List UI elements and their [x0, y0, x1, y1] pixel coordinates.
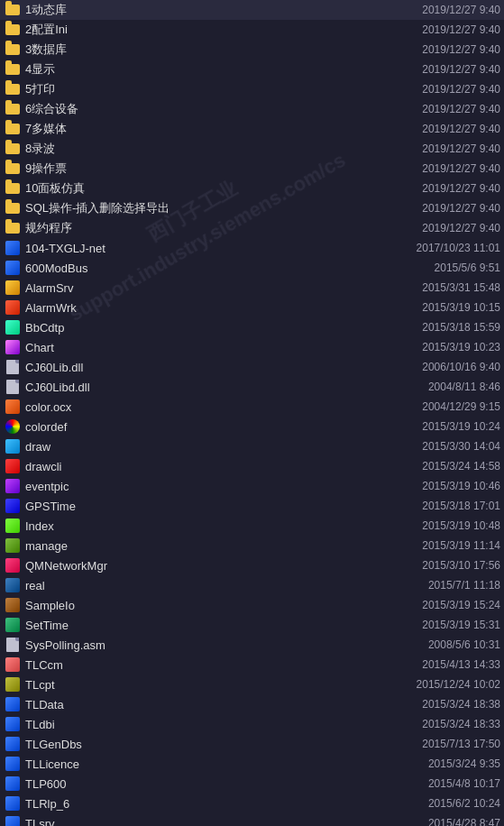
list-item[interactable]: TLRlp_6 2015/6/2 10:24	[0, 794, 504, 813]
file-name: 1动态库	[25, 2, 376, 18]
list-item[interactable]: Chart 2015/3/19 10:23	[0, 337, 504, 357]
file-icon	[4, 161, 22, 177]
file-name: manage	[25, 539, 376, 553]
file-name: 10面板仿真	[25, 180, 376, 197]
list-item[interactable]: 2配置Ini 2019/12/27 9:40	[0, 20, 504, 40]
list-item[interactable]: GPSTime 2015/3/18 17:01	[0, 496, 504, 516]
file-icon	[4, 557, 22, 574]
list-item[interactable]: BbCdtp 2015/3/18 15:59	[0, 317, 504, 337]
list-item[interactable]: TLdbi 2015/3/24 18:33	[0, 714, 504, 734]
file-icon	[4, 795, 22, 812]
file-date: 2015/3/19 10:48	[383, 519, 500, 532]
file-icon	[4, 418, 22, 435]
file-name: Index	[25, 519, 376, 533]
list-item[interactable]: draw 2015/3/30 14:04	[0, 436, 504, 456]
file-icon	[4, 260, 22, 276]
list-item[interactable]: 9操作票 2019/12/27 9:40	[0, 159, 504, 179]
list-item[interactable]: 4显示 2019/12/27 9:40	[0, 60, 504, 79]
file-icon	[4, 41, 22, 58]
file-name: 8录波	[25, 141, 376, 157]
list-item[interactable]: real 2015/7/1 11:18	[0, 575, 504, 595]
file-date: 2006/10/16 9:40	[383, 361, 500, 373]
file-icon	[4, 2, 22, 18]
list-item[interactable]: SampleIo 2015/3/19 15:24	[0, 595, 504, 615]
file-icon	[4, 359, 22, 375]
file-date: 2015/3/19 15:31	[383, 619, 500, 631]
file-name: 600ModBus	[25, 262, 376, 275]
file-icon	[4, 22, 22, 38]
file-date: 2015/3/19 15:24	[383, 599, 500, 611]
file-name: 4显示	[25, 61, 376, 78]
file-icon	[4, 180, 22, 197]
list-item[interactable]: 3数据库 2019/12/27 9:40	[0, 40, 504, 60]
list-item[interactable]: CJ60Libd.dll 2004/8/11 8:46	[0, 377, 504, 397]
file-date: 2019/12/27 9:40	[383, 43, 500, 56]
list-item[interactable]: TLcpt 2015/12/24 10:02	[0, 675, 504, 694]
list-item[interactable]: AlarmSrv 2015/3/31 15:48	[0, 278, 504, 298]
file-name: CJ60Lib.dll	[25, 361, 376, 374]
file-icon	[4, 815, 22, 826]
file-date: 2015/3/24 18:38	[383, 698, 500, 711]
file-name: eventpic	[25, 480, 376, 493]
list-item[interactable]: 规约程序 2019/12/27 9:40	[0, 218, 504, 238]
file-date: 2015/3/19 11:14	[383, 539, 500, 552]
file-name: AlarmSrv	[25, 281, 376, 295]
list-item[interactable]: AlarmWrk 2015/3/19 10:15	[0, 298, 504, 317]
file-date: 2015/3/19 10:23	[383, 341, 500, 353]
list-item[interactable]: QMNetworkMgr 2015/3/10 17:56	[0, 555, 504, 575]
list-item[interactable]: 6综合设备 2019/12/27 9:40	[0, 99, 504, 119]
list-item[interactable]: TLData 2015/3/24 18:38	[0, 694, 504, 714]
file-icon	[4, 399, 22, 415]
list-item[interactable]: Index 2015/3/19 10:48	[0, 516, 504, 536]
file-name: 5打印	[25, 81, 376, 97]
file-date: 2004/12/29 9:15	[383, 400, 500, 413]
list-item[interactable]: colordef 2015/3/19 10:24	[0, 417, 504, 436]
file-date: 2015/4/8 10:17	[383, 777, 500, 790]
file-date: 2015/3/19 10:24	[383, 420, 500, 433]
file-date: 2019/12/27 9:40	[383, 202, 500, 215]
file-name: TLGenDbs	[25, 738, 376, 751]
file-name: 9操作票	[25, 161, 376, 177]
file-name: TLP600	[25, 777, 376, 791]
file-name: CJ60Libd.dll	[25, 381, 376, 394]
file-date: 2015/3/30 14:04	[383, 440, 500, 453]
list-item[interactable]: 5打印 2019/12/27 9:40	[0, 79, 504, 99]
file-name: SetTime	[25, 619, 376, 632]
list-item[interactable]: 10面板仿真 2019/12/27 9:40	[0, 179, 504, 198]
file-date: 2015/3/18 15:59	[383, 321, 500, 334]
file-date: 2015/12/24 10:02	[383, 678, 500, 691]
list-item[interactable]: TLP600 2015/4/8 10:17	[0, 774, 504, 794]
file-name: AlarmWrk	[25, 301, 376, 315]
list-item[interactable]: TLLicence 2015/3/24 9:35	[0, 754, 504, 774]
list-item[interactable]: 7多媒体 2019/12/27 9:40	[0, 119, 504, 139]
file-icon	[4, 121, 22, 137]
list-item[interactable]: 1动态库 2019/12/27 9:40	[0, 0, 504, 20]
file-icon	[4, 101, 22, 117]
file-date: 2019/12/27 9:40	[383, 103, 500, 115]
list-item[interactable]: SysPolling.asm 2008/5/6 10:31	[0, 635, 504, 655]
list-item[interactable]: color.ocx 2004/12/29 9:15	[0, 397, 504, 417]
list-item[interactable]: SetTime 2015/3/19 15:31	[0, 615, 504, 635]
list-item[interactable]: drawcli 2015/3/24 14:58	[0, 456, 504, 476]
file-icon	[4, 339, 22, 355]
file-icon	[4, 577, 22, 593]
file-date: 2015/4/13 14:33	[383, 658, 500, 671]
list-item[interactable]: 8录波 2019/12/27 9:40	[0, 139, 504, 159]
file-date: 2015/7/13 17:50	[383, 738, 500, 750]
list-item[interactable]: TLGenDbs 2015/7/13 17:50	[0, 734, 504, 754]
list-item[interactable]: CJ60Lib.dll 2006/10/16 9:40	[0, 357, 504, 377]
list-item[interactable]: eventpic 2015/3/19 10:46	[0, 476, 504, 496]
file-date: 2019/12/27 9:40	[383, 23, 500, 36]
list-item[interactable]: manage 2015/3/19 11:14	[0, 536, 504, 555]
list-item[interactable]: 104-TXGLJ-net 2017/10/23 11:01	[0, 238, 504, 258]
list-item[interactable]: SQL操作-插入删除选择导出 2019/12/27 9:40	[0, 198, 504, 218]
file-icon	[4, 81, 22, 97]
list-item[interactable]: TLsrv 2015/4/28 8:47	[0, 813, 504, 826]
list-item[interactable]: TLCcm 2015/4/13 14:33	[0, 655, 504, 675]
file-name: SQL操作-插入删除选择导出	[25, 200, 376, 216]
file-icon	[4, 617, 22, 633]
list-item[interactable]: 600ModBus 2015/5/6 9:51	[0, 258, 504, 278]
file-date: 2019/12/27 9:40	[383, 182, 500, 195]
file-icon	[4, 478, 22, 494]
file-icon	[4, 240, 22, 256]
